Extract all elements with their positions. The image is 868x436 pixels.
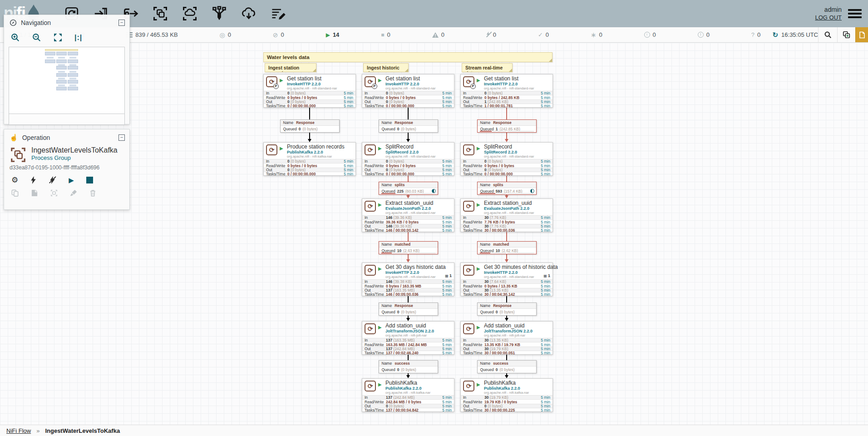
queued-count: 0	[496, 310, 498, 314]
canvas-label[interactable]: Water levels data	[263, 52, 552, 62]
selection-id: d33ea87d-0195-1000-ffff-ffffa8f3d696	[4, 164, 129, 171]
processor[interactable]: ⟳▶Extract station_uuidEvaluateJsonPath 2…	[460, 198, 553, 232]
active-threads-badge: ▦ 1	[445, 273, 452, 278]
processor[interactable]: ⟳▶SplitRecordSplitRecord 2.2.0org.apache…	[362, 142, 454, 176]
processor[interactable]: ⟳P▶Get station listInvokeHTTP 2.2.0org.a…	[263, 74, 356, 108]
connection-queue-label[interactable]: NameResponseQueued0(0 bytes)	[379, 302, 438, 316]
connection-queue-label[interactable]: NamesuccessQueued0(0 bytes)	[477, 360, 537, 373]
connection-queue-label[interactable]: NamesplitsQueued593(157.4 KB)	[477, 182, 537, 195]
collapse-operation-button[interactable]: −	[118, 134, 125, 141]
processor[interactable]: ⟳▶Add station_uuidJoltTransformJSON 2.2.…	[362, 321, 454, 355]
processor[interactable]: ⟳▶Get 30 minutes of historic dataInvokeH…	[460, 263, 553, 296]
connection-arrow-icon	[406, 318, 410, 321]
zoom-out-button[interactable]	[32, 33, 41, 42]
start-button[interactable]: ▶	[69, 176, 74, 184]
processor-type: PublishKafka 2.2.0	[484, 386, 520, 391]
group-label[interactable]: Stream real-time data	[462, 63, 513, 72]
minimap-queue	[69, 64, 76, 66]
running-state-icon: ▶	[378, 78, 382, 83]
running-state-icon: ▶	[378, 382, 382, 387]
refresh-status[interactable]: ↻ 16:35:05 UTC	[772, 27, 818, 42]
running-state-icon: ▶	[477, 325, 480, 330]
group-label[interactable]: Ingest station records	[265, 63, 316, 72]
search-button[interactable]	[818, 27, 837, 42]
connection-queue-label[interactable]: NamematchedQueued10(2.62 KB)	[477, 241, 537, 254]
running-state-icon: ▶	[477, 146, 480, 151]
processor-bundle: org.apache.nifi - nifi-standard-nar	[385, 211, 435, 215]
processor[interactable]: ⟳P▶Get station listInvokeHTTP 2.2.0org.a…	[362, 74, 454, 108]
paste-button[interactable]	[31, 189, 38, 197]
processor-type-icon: ⟳	[365, 201, 376, 212]
funnel-icon[interactable]	[211, 5, 227, 22]
download-flow-icon[interactable]	[241, 5, 257, 22]
zoom-fit-button[interactable]	[53, 33, 63, 42]
zoom-in-button[interactable]	[10, 33, 20, 42]
process-group-icon[interactable]	[152, 5, 168, 22]
processor[interactable]: ⟳▶PublishKafkaPublishKafka 2.2.0org.apac…	[460, 378, 553, 412]
processor-stats: In146 (39.38 KB)5 minRead/Write0 bytes /…	[362, 279, 454, 297]
processor[interactable]: ⟳▶SplitRecordSplitRecord 2.2.0org.apache…	[460, 142, 553, 176]
connection-arrow-icon	[505, 139, 508, 142]
collapse-navigation-button[interactable]: −	[118, 20, 125, 26]
processor-type: SplitRecord 2.2.0	[385, 150, 419, 154]
connection-queue-label[interactable]: NamematchedQueued10(2.63 KB)	[379, 241, 438, 254]
processor-type: SplitRecord 2.2.0	[484, 150, 517, 154]
processor-name: Get station list	[385, 75, 420, 82]
group-selection-button[interactable]	[50, 189, 58, 197]
processor[interactable]: ⟳▶Get 30 days historic dataInvokeHTTP 2.…	[362, 263, 454, 296]
status-not-transmitting: ⊘0	[273, 31, 284, 38]
relationship-name: matched	[493, 242, 509, 247]
stat-row: In0 (0 bytes)5 min	[264, 91, 355, 95]
breadcrumb-separator: »	[36, 427, 39, 434]
flow-canvas[interactable]: Water levels dataIngest station records⟳…	[0, 43, 868, 425]
delete-button[interactable]	[89, 189, 96, 197]
change-color-button[interactable]	[70, 189, 77, 197]
zoom-actual-size-button[interactable]: |:|	[74, 34, 82, 42]
disable-button[interactable]	[49, 176, 56, 184]
label-icon[interactable]	[270, 5, 286, 22]
group-components-button[interactable]	[837, 27, 855, 42]
stat-row: Out0 (0 bytes)5 min	[362, 404, 454, 408]
processor[interactable]: ⟳▶Produce station recordsPublishKafka 2.…	[263, 142, 356, 176]
processor[interactable]: ⟳▶Add station_uuidJoltTransformJSON 2.2.…	[460, 321, 553, 355]
stat-row: In30 (7.64 KB)5 min	[461, 279, 552, 283]
operation-panel: ☝ Operation − IngestWaterLevelsToKafka P…	[4, 129, 130, 210]
processor[interactable]: ⟳P▶Get station listInvokeHTTP 2.2.0org.a…	[460, 74, 553, 108]
logout-link[interactable]: LOG OUT	[815, 14, 842, 22]
connection-queue-label[interactable]: NameResponseQueued0(0 bytes)	[477, 302, 537, 316]
connection-queue-label[interactable]: NameResponseQueued0(0 bytes)	[280, 119, 340, 133]
copy-button[interactable]	[11, 189, 19, 197]
stop-button[interactable]	[86, 177, 93, 183]
running-state-icon: ▶	[477, 382, 480, 387]
processor-bundle: org.apache.nifi - nifi-standard-nar	[385, 154, 435, 159]
refresh-icon[interactable]: ↻	[772, 31, 778, 39]
enable-button[interactable]	[30, 176, 36, 184]
group-label[interactable]: Ingest historic data	[363, 63, 409, 72]
stat-row: Out0 (0 bytes)5 min	[461, 404, 552, 408]
connection-arrow-icon	[406, 375, 410, 378]
connection-queue-label[interactable]: NameResponseQueued1(242.85 KB)	[477, 119, 537, 133]
current-user: admin	[815, 5, 842, 14]
connection-queue-label[interactable]: NameResponseQueued0(0 bytes)	[379, 119, 438, 133]
stat-row: Read/Write0 bytes / 0 bytes5 min	[362, 95, 454, 99]
processor-bundle: org.apache.nifi - nifi-standard-nar	[484, 154, 534, 159]
queue-count-row: Queued10(2.63 KB)	[379, 248, 438, 254]
stat-row: Read/Write39.36 KB / 0 bytes5 min	[362, 219, 454, 223]
global-menu-icon[interactable]	[848, 9, 862, 18]
configure-button[interactable]: ⚙	[11, 175, 18, 185]
primary-node-badge: P	[470, 84, 476, 89]
processor-name: PublishKafka	[484, 380, 516, 386]
processor-type: InvokeHTTP 2.2.0	[484, 82, 518, 86]
processor[interactable]: ⟳▶PublishKafkaPublishKafka 2.2.0org.apac…	[362, 378, 454, 412]
stat-row: Read/Write0 bytes / 242.85 KB5 min	[461, 95, 552, 99]
birdseye-minimap[interactable]	[9, 47, 125, 114]
invalid-icon	[432, 32, 439, 38]
flow-highlight-button[interactable]	[855, 27, 868, 42]
processor[interactable]: ⟳▶Extract station_uuidEvaluateJsonPath 2…	[362, 198, 454, 232]
remote-process-group-icon[interactable]	[182, 5, 198, 22]
breadcrumb-root-link[interactable]: NiFi Flow	[6, 427, 31, 434]
breadcrumb-current: IngestWaterLevelsToKafka	[45, 427, 120, 434]
status-queued-stats: 839 / 465.53 KB	[126, 31, 178, 38]
connection-queue-label[interactable]: NamesplitsQueued225(60.03 KB)	[379, 182, 438, 195]
connection-queue-label[interactable]: NamesuccessQueued0(0 bytes)	[379, 360, 438, 373]
